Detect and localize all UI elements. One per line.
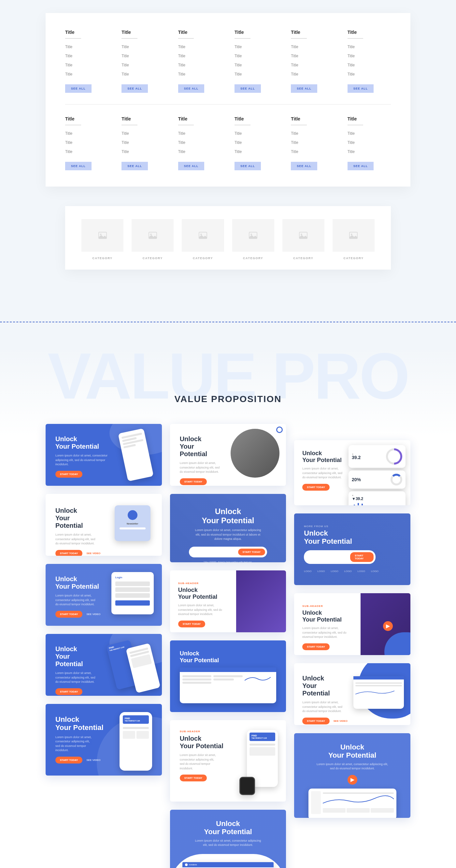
category-item[interactable]: CATEGORY — [131, 219, 174, 260]
vp-text: Lorem ipsum dolor sit amet, consectetur … — [180, 461, 223, 474]
start-button[interactable]: START TODAY — [180, 775, 207, 781]
see-all-button[interactable]: SEE ALL — [291, 84, 317, 93]
column-item: Title — [235, 140, 278, 145]
column-item: Title — [65, 131, 109, 136]
vp-card[interactable]: UnlockYourPotential Lorem ipsum dolor si… — [45, 494, 162, 556]
column: TitleTitleTitleTitleSEE ALL — [121, 116, 165, 170]
columns-row-2: TitleTitleTitleTitleSEE ALL TitleTitleTi… — [65, 116, 391, 170]
play-icon[interactable]: ▶ — [383, 621, 393, 631]
column-item: Title — [178, 54, 221, 58]
columns-card: TitleTitleTitleTitleTitleSEE ALL TitleTi… — [45, 13, 411, 187]
start-button[interactable]: START TODAY — [55, 611, 83, 618]
column-item: Title — [291, 150, 334, 154]
email-pill: START TODAY — [189, 547, 267, 557]
vp-grid: UnlockYour Potential Lorem ipsum dolor s… — [0, 424, 456, 868]
column-item: Title — [347, 150, 391, 154]
start-button[interactable]: START TODAY — [55, 550, 83, 556]
play-icon[interactable]: ▶ — [347, 775, 357, 785]
column-item: Title — [65, 54, 109, 58]
vp-card[interactable]: UnlockYour Potential Lorem ipsum dolor s… — [45, 424, 162, 486]
image-icon — [248, 232, 257, 239]
start-button[interactable]: START TODAY — [178, 621, 205, 627]
category-image-placeholder — [82, 219, 123, 252]
vp-heading: UnlockYour Potential — [304, 743, 401, 760]
circle-image — [231, 429, 279, 477]
see-video-link[interactable]: SEE VIDEO — [86, 613, 100, 616]
category-label: CATEGORY — [82, 256, 123, 260]
vp-card[interactable]: UnlockYour Potential Lorem ipsum dolor s… — [294, 733, 411, 818]
sub-header: SUB-HEADER — [178, 582, 228, 585]
vp-heading: UnlockYour Potential — [304, 529, 401, 546]
column-item: Title — [347, 131, 391, 136]
start-button[interactable]: START TODAY — [350, 552, 373, 562]
see-video-link[interactable]: SEE VIDEO — [86, 552, 100, 555]
see-all-button[interactable]: SEE ALL — [65, 162, 92, 170]
vp-card[interactable]: MORE FROM US UnlockYour Potential START … — [294, 514, 411, 585]
column-header: Title — [235, 116, 250, 125]
stats-panel: ▲39.2 20% ▼▼39.2 — [348, 445, 405, 505]
see-all-button[interactable]: SEE ALL — [121, 162, 148, 170]
see-all-button[interactable]: SEE ALL — [291, 162, 317, 170]
vp-text: Lorem ipsum dolor sit amet, consectetur … — [302, 700, 342, 714]
column-item: Title — [121, 63, 165, 67]
see-all-button[interactable]: SEE ALL — [235, 84, 261, 93]
category-item[interactable]: CATEGORY — [232, 219, 274, 260]
vp-card[interactable]: SUB-HEADER UnlockYour Potential Lorem ip… — [170, 720, 286, 802]
start-button[interactable]: START TODAY — [302, 718, 329, 724]
column-item: Title — [65, 44, 109, 49]
logo-item: LOGO — [331, 570, 338, 573]
dashboard-mockup — [180, 668, 276, 703]
see-all-button[interactable]: SEE ALL — [121, 84, 148, 93]
vp-footnote: 1M+ USERS. Already here waiting with fea… — [185, 561, 272, 562]
vp-heading: UnlockYour Potential — [180, 819, 276, 836]
column-item: Title — [178, 131, 221, 136]
vp-text: Lorem ipsum dolor sit amet, consectetur … — [55, 533, 99, 546]
watch-mockup — [239, 777, 255, 795]
vp-card[interactable]: UnlockYour Potential — [170, 641, 286, 712]
category-item[interactable]: CATEGORY — [82, 219, 123, 260]
column: TitleTitleTitleTitleTitleSEE ALL — [65, 29, 109, 93]
start-button[interactable]: START TODAY — [180, 478, 207, 485]
start-button[interactable]: START TODAY — [302, 484, 329, 491]
column-item: Title — [121, 54, 165, 58]
column: TitleTitleTitleTitleTitleSEE ALL — [347, 29, 391, 93]
column: TitleTitleTitleTitleTitleSEE ALL — [178, 29, 221, 93]
vp-card[interactable]: UnlockYourPotential Lorem ipsum dolor si… — [294, 663, 411, 725]
circle-decoration — [276, 427, 283, 433]
start-button[interactable]: START TODAY — [55, 471, 83, 477]
see-video-link[interactable]: SEE VIDEO — [334, 719, 347, 722]
email-input[interactable] — [191, 550, 236, 554]
column-item: Title — [178, 44, 221, 49]
column-item: Title — [121, 44, 165, 49]
vp-card[interactable]: UnlockYourPotential Lorem ipsum dolor si… — [170, 424, 286, 486]
logo-item: LOGO — [358, 570, 365, 573]
start-button[interactable]: START TODAY — [238, 549, 265, 555]
column-header: Title — [178, 30, 194, 39]
category-item[interactable]: CATEGORY — [282, 219, 325, 260]
vp-card[interactable]: UnlockYour Potential Lorem ipsum dolor s… — [294, 440, 411, 505]
vp-card[interactable]: UnlockYour Potential Lorem ipsum dolor s… — [170, 494, 286, 562]
vp-card[interactable]: UnlockYourPotential Lorem ipsum dolor si… — [45, 634, 162, 696]
vp-card[interactable]: SUB-HEADER UnlockYour Potential Lorem ip… — [170, 570, 286, 632]
vp-card[interactable]: UnlockYour Potential Lorem ipsum dolor s… — [45, 704, 162, 776]
see-all-button[interactable]: SEE ALL — [178, 84, 205, 93]
vp-card[interactable]: SUB-HEADER UnlockYour Potential Lorem ip… — [294, 593, 411, 655]
category-item[interactable]: CATEGORY — [333, 219, 374, 260]
column-item: Title — [235, 54, 278, 58]
column-item: Title — [347, 44, 391, 49]
see-all-button[interactable]: SEE ALL — [347, 84, 374, 93]
vp-heading: UnlockYour Potential — [180, 650, 276, 663]
vp-column-right: UnlockYour Potential Lorem ipsum dolor s… — [294, 440, 411, 868]
start-button[interactable]: START TODAY — [302, 643, 329, 650]
see-all-button[interactable]: SEE ALL — [235, 162, 261, 170]
start-button[interactable]: START TODAY — [55, 757, 83, 764]
see-all-button[interactable]: SEE ALL — [178, 162, 205, 170]
columns-row-1: TitleTitleTitleTitleTitleSEE ALL TitleTi… — [65, 29, 391, 93]
start-button[interactable]: START TODAY — [55, 688, 83, 695]
vp-card[interactable]: UnlockYour Potential Lorem ipsum dolor s… — [45, 564, 162, 626]
vp-card[interactable]: UnlockYour Potential Lorem ipsum dolor s… — [170, 810, 286, 868]
see-all-button[interactable]: SEE ALL — [347, 162, 374, 170]
category-item[interactable]: CATEGORY — [182, 219, 224, 260]
see-all-button[interactable]: SEE ALL — [65, 84, 92, 93]
email-input[interactable] — [306, 555, 347, 559]
